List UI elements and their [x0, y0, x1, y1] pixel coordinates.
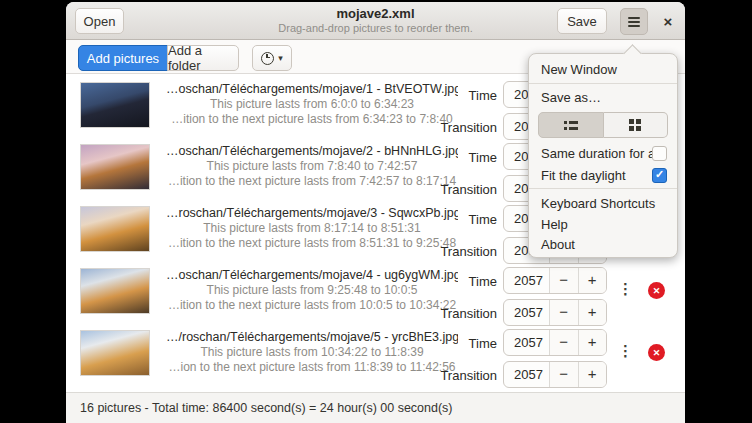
decrease-button[interactable]: − [550, 268, 579, 293]
add-pictures-button[interactable]: Add pictures [78, 45, 168, 71]
menu-item-new-window[interactable]: New Window [529, 59, 677, 80]
time-value[interactable]: 2057 [504, 268, 550, 293]
time-label: Time [397, 274, 497, 289]
grid-view-icon [629, 119, 641, 131]
menu-separator [529, 188, 677, 189]
delete-picture-button[interactable]: ✕ [648, 344, 665, 361]
time-options-dropdown[interactable]: ▾ [252, 45, 292, 71]
time-label: Time [397, 212, 497, 227]
grid-view-button[interactable] [604, 112, 669, 138]
picture-thumbnail[interactable] [80, 206, 150, 252]
status-text: 16 pictures - Total time: 86400 second(s… [80, 401, 453, 415]
transition-value[interactable]: 2057 [504, 362, 550, 387]
time-label: Time [397, 150, 497, 165]
picture-row: …oschan/Téléchargements/mojave/4 - ug6yg… [66, 260, 685, 322]
decrease-button[interactable]: − [550, 330, 579, 355]
window-subtitle: Drag-and-drop pictures to reorder them. [216, 22, 535, 35]
status-bar: 16 pictures - Total time: 86400 second(s… [66, 392, 685, 423]
list-view-icon [564, 121, 578, 130]
header-bar: Open mojave2.xml Drag-and-drop pictures … [66, 2, 685, 40]
delete-picture-button[interactable]: ✕ [648, 282, 665, 299]
fit-daylight-checkbox[interactable] [652, 168, 667, 183]
increase-button[interactable]: + [579, 268, 607, 293]
time-value[interactable]: 2057 [504, 330, 550, 355]
increase-button[interactable]: + [579, 330, 607, 355]
menu-item-save-as[interactable]: Save as… [529, 87, 677, 108]
same-duration-checkbox[interactable] [652, 146, 667, 161]
picture-row: …/roschan/Téléchargements/mojave/5 - yrc… [66, 322, 685, 384]
list-view-button[interactable] [538, 112, 604, 138]
hamburger-menu-button[interactable] [620, 8, 648, 35]
time-label: Time [397, 88, 497, 103]
row-options-kebab-icon[interactable]: ⋮ [618, 280, 632, 298]
picture-thumbnail[interactable] [80, 268, 150, 314]
chevron-down-icon: ▾ [278, 53, 283, 63]
window-title-box: mojave2.xml Drag-and-drop pictures to re… [216, 6, 535, 35]
row-options-kebab-icon[interactable]: ⋮ [618, 342, 632, 360]
picture-thumbnail[interactable] [80, 82, 150, 128]
transition-label: Transition [397, 368, 497, 383]
clock-icon [261, 52, 274, 65]
transition-label: Transition [397, 306, 497, 321]
hamburger-icon [628, 17, 640, 19]
transition-label: Transition [397, 120, 497, 135]
menu-item-about[interactable]: About [529, 234, 677, 255]
menu-item-help[interactable]: Help [529, 214, 677, 235]
desktop-background: Open mojave2.xml Drag-and-drop pictures … [0, 0, 752, 423]
picture-thumbnail[interactable] [80, 144, 150, 190]
time-spinbutton[interactable]: 2057 − + [503, 267, 607, 294]
transition-label: Transition [397, 244, 497, 259]
open-button[interactable]: Open [75, 8, 124, 34]
menu-item-same-duration[interactable]: Same duration for all [529, 144, 677, 164]
decrease-button[interactable]: − [550, 362, 579, 387]
view-mode-toggle [538, 112, 668, 138]
menu-item-keyboard-shortcuts[interactable]: Keyboard Shortcuts [529, 193, 677, 214]
app-menu-popover: New Window Save as… Same duration for al… [528, 53, 678, 258]
increase-button[interactable]: + [579, 362, 607, 387]
close-window-button[interactable]: × [654, 8, 682, 34]
picture-thumbnail[interactable] [80, 330, 150, 376]
app-window: Open mojave2.xml Drag-and-drop pictures … [66, 2, 685, 423]
add-folder-button[interactable]: Add a folder [167, 45, 239, 71]
transition-spinbutton[interactable]: 2057 − + [503, 361, 607, 388]
time-label: Time [397, 336, 497, 351]
transition-label: Transition [397, 182, 497, 197]
time-spinbutton[interactable]: 2057 − + [503, 329, 607, 356]
menu-item-fit-daylight[interactable]: Fit the daylight [529, 166, 677, 186]
window-title: mojave2.xml [216, 6, 535, 22]
menu-separator [529, 83, 677, 84]
save-button[interactable]: Save [557, 8, 607, 34]
